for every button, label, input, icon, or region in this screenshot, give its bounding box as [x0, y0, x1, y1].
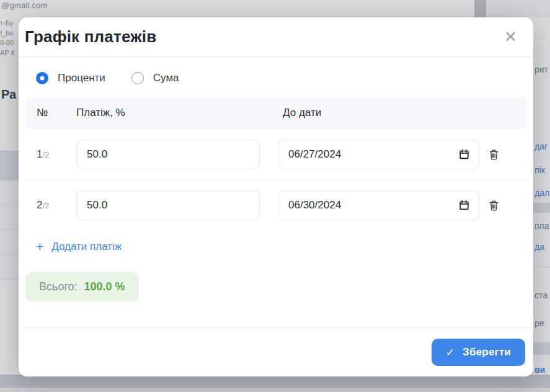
radio-selected-icon[interactable]	[36, 72, 48, 84]
payment-schedule-modal: Графік платежів ✕ Проценти Сума № Платіж…	[19, 17, 533, 376]
due-date-input[interactable]	[278, 140, 479, 169]
total-badge: Всього: 100.0 %	[25, 272, 139, 301]
radio-sum-label: Сума	[153, 72, 179, 84]
radio-percent-label: Проценти	[58, 72, 105, 84]
total-label: Всього:	[39, 280, 78, 293]
delete-row-icon[interactable]	[485, 146, 503, 164]
modal-footer: ✓ Зберегти	[19, 327, 533, 376]
calendar-icon[interactable]	[457, 198, 471, 212]
save-button[interactable]: ✓ Зберегти	[432, 339, 525, 366]
total-value: 100.0 %	[84, 280, 125, 293]
payments-table: № Платіж, % До дати 1/2	[25, 97, 526, 230]
table-header-row: № Платіж, % До дати	[25, 97, 526, 129]
add-payment-label: Додати платіж	[51, 241, 122, 253]
header-date: До дати	[278, 107, 479, 119]
due-date-input[interactable]	[278, 190, 479, 220]
modal-title: Графік платежів	[25, 27, 156, 47]
modal-header: Графік платежів ✕	[19, 17, 533, 57]
save-button-label: Зберегти	[463, 346, 511, 359]
close-icon[interactable]: ✕	[502, 27, 520, 47]
row-count: /2	[42, 150, 49, 159]
header-number: №	[37, 107, 76, 119]
row-count: /2	[42, 201, 49, 210]
date-field	[278, 149, 479, 159]
payment-mode-radios: Проценти Сума	[36, 72, 533, 84]
plus-icon: +	[36, 240, 43, 253]
radio-unselected-icon[interactable]	[131, 72, 144, 84]
check-icon: ✓	[446, 346, 455, 359]
table-row: 2/2	[25, 179, 526, 230]
table-row: 1/2	[25, 129, 526, 179]
payment-percent-input[interactable]	[76, 140, 260, 169]
radio-percent[interactable]: Проценти	[36, 72, 105, 84]
radio-sum[interactable]: Сума	[131, 72, 179, 84]
add-payment-button[interactable]: + Додати платіж	[36, 240, 122, 253]
header-payment: Платіж, %	[76, 107, 260, 119]
delete-row-icon[interactable]	[485, 197, 503, 215]
row-number: 1/2	[37, 148, 76, 161]
payment-percent-input[interactable]	[76, 190, 260, 220]
row-number: 2/2	[37, 199, 76, 212]
date-field	[278, 200, 479, 210]
calendar-icon[interactable]	[457, 147, 471, 161]
